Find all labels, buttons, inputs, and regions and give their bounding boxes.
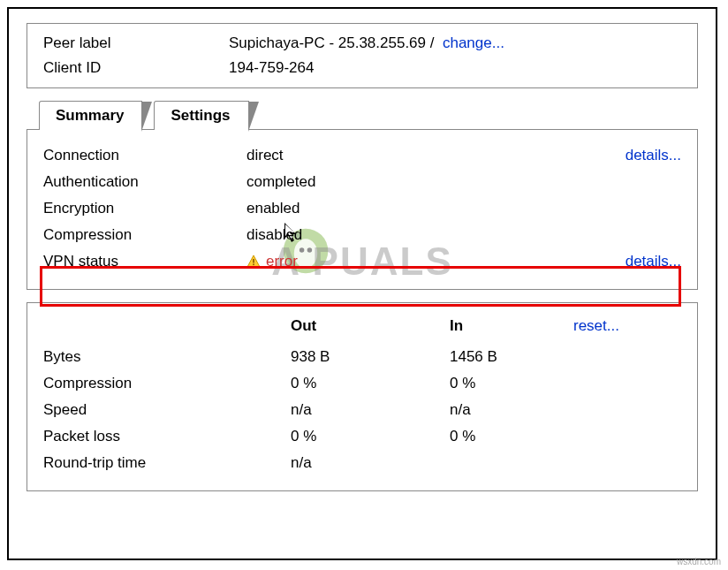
compression-value: disabled [246,226,450,244]
footer-watermark: wsxdn.com [677,557,721,566]
compression-label: Compression [43,226,246,244]
tab-settings-label: Settings [171,107,230,124]
change-link[interactable]: change... [443,34,504,51]
stats-out-hdr: Out [291,317,450,335]
client-id-value: 194-759-264 [229,59,681,77]
stats-row-label: Packet loss [43,428,291,445]
vpn-status-label: VPN status [43,253,246,270]
encryption-value: enabled [246,200,450,217]
stats-row: Packet loss0 %0 % [43,423,681,450]
tab-row: Summary Settings [39,101,698,130]
peer-label-value: Supichaya-PC - 25.38.255.69 / [229,34,434,51]
connection-value: direct [246,147,450,164]
stats-row-label: Round-trip time [43,454,291,472]
stats-row: Speedn/an/a [43,397,681,423]
stats-row-in [450,454,573,472]
tab-summary-label: Summary [56,107,124,124]
stats-row: Bytes938 B1456 B [43,344,681,370]
stats-row-in: 0 % [450,428,573,445]
stats-row-in: 0 % [450,375,573,392]
reset-link[interactable]: reset... [573,317,619,334]
summary-panel: Connection direct details... Authenticat… [27,129,698,290]
tab-summary[interactable]: Summary [39,101,142,130]
connection-details-link[interactable]: details... [626,147,681,164]
stats-row-out: 0 % [291,428,450,445]
stats-in-hdr: In [450,317,573,335]
stats-row-in: 1456 B [450,348,573,366]
stats-row: Compression0 %0 % [43,370,681,397]
vpn-details-link[interactable]: details... [626,253,681,270]
encryption-label: Encryption [43,200,246,217]
stats-row-in: n/a [450,401,573,419]
client-id-label: Client ID [43,59,229,77]
stats-empty-hdr [43,317,291,335]
svg-rect-1 [253,259,254,263]
stats-row: Round-trip timen/a [43,450,681,476]
stats-row-out: 0 % [291,375,450,392]
stats-row-out: 938 B [291,348,450,366]
stats-row-label: Speed [43,401,291,419]
stats-row-label: Compression [43,375,291,392]
peer-info-box: Peer label Supichaya-PC - 25.38.255.69 /… [27,23,698,88]
warning-icon [246,255,261,269]
stats-row-out: n/a [291,454,450,472]
auth-label: Authentication [43,173,246,191]
stats-row-label: Bytes [43,348,291,366]
stats-panel: Out In reset... Bytes938 B1456 BCompress… [27,302,698,491]
vpn-status-value: error [266,253,298,270]
stats-row-out: n/a [291,401,450,419]
auth-value: completed [246,173,450,191]
connection-label: Connection [43,147,246,164]
svg-rect-2 [253,264,254,266]
tab-settings[interactable]: Settings [154,101,248,130]
peer-label-label: Peer label [43,34,229,52]
